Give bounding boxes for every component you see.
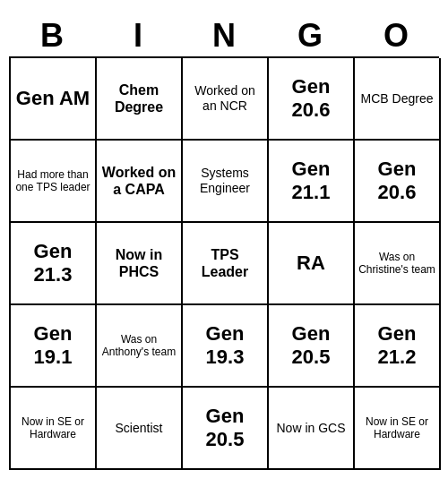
bingo-card: BINGO Gen AMChem DegreeWorked on an NCRG…	[9, 17, 439, 470]
cell-r1-c1: Worked on a CAPA	[97, 141, 183, 223]
cell-r3-c2: Gen 19.3	[183, 305, 269, 388]
cell-r0-c2: Worked on an NCR	[183, 58, 269, 141]
cell-r2-c4: Was on Christine's team	[355, 223, 441, 305]
cell-r4-c2: Gen 20.5	[183, 388, 269, 470]
cell-r2-c3: RA	[269, 223, 355, 305]
cell-r4-c3: Now in GCS	[269, 388, 355, 470]
header-letter: G	[270, 17, 350, 55]
header-letter: B	[12, 17, 92, 55]
cell-r0-c4: MCB Degree	[355, 58, 441, 141]
bingo-grid: Gen AMChem DegreeWorked on an NCRGen 20.…	[9, 56, 439, 470]
cell-r1-c3: Gen 21.1	[269, 141, 355, 223]
bingo-header: BINGO	[9, 17, 439, 55]
cell-r2-c1: Now in PHCS	[97, 223, 183, 305]
cell-r4-c4: Now in SE or Hardware	[355, 388, 441, 470]
cell-r0-c3: Gen 20.6	[269, 58, 355, 141]
cell-r0-c0: Gen AM	[11, 58, 97, 141]
header-letter: N	[184, 17, 264, 55]
cell-r3-c3: Gen 20.5	[269, 305, 355, 388]
cell-r2-c2: TPS Leader	[183, 223, 269, 305]
cell-r4-c1: Scientist	[97, 388, 183, 470]
cell-r0-c1: Chem Degree	[97, 58, 183, 141]
cell-r3-c4: Gen 21.2	[355, 305, 441, 388]
cell-r3-c1: Was on Anthony's team	[97, 305, 183, 388]
cell-r1-c0: Had more than one TPS leader	[11, 141, 97, 223]
cell-r2-c0: Gen 21.3	[11, 223, 97, 305]
cell-r3-c0: Gen 19.1	[11, 305, 97, 388]
cell-r1-c4: Gen 20.6	[355, 141, 441, 223]
cell-r1-c2: Systems Engineer	[183, 141, 269, 223]
header-letter: I	[98, 17, 178, 55]
header-letter: O	[356, 17, 436, 55]
cell-r4-c0: Now in SE or Hardware	[11, 388, 97, 470]
